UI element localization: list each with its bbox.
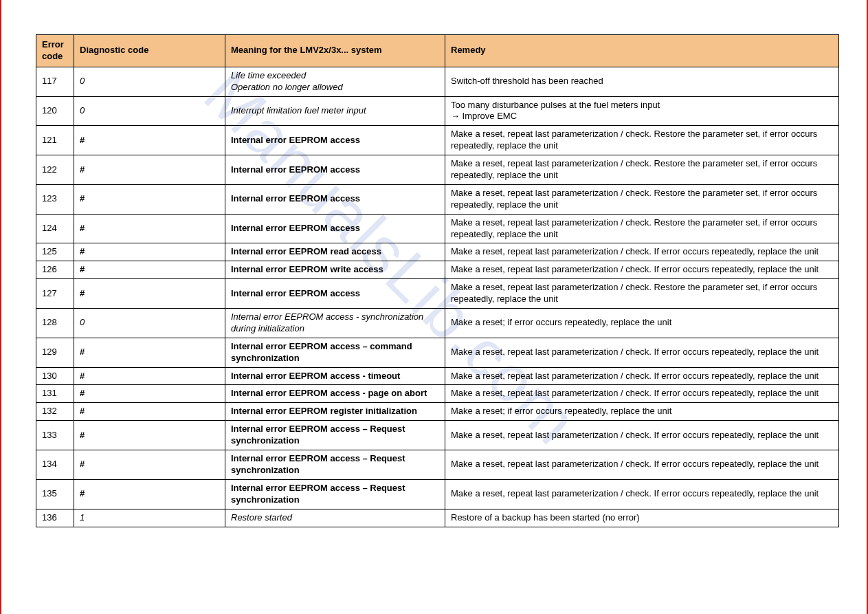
- cell-diagnostic-code: #: [74, 385, 225, 403]
- table-row: 125#Internal error EEPROM read accessMak…: [36, 243, 839, 261]
- cell-remedy: Make a reset, repeat last parameterizati…: [445, 243, 839, 261]
- table-row: 134#Internal error EEPROM access – Reque…: [36, 450, 839, 480]
- cell-meaning: Internal error EEPROM access: [225, 279, 445, 309]
- cell-remedy: Too many disturbance pulses at the fuel …: [445, 96, 839, 126]
- cell-remedy: Make a reset, repeat last parameterizati…: [445, 261, 839, 279]
- cell-error-code: 136: [36, 509, 74, 527]
- cell-diagnostic-code: #: [74, 367, 225, 385]
- cell-remedy: Make a reset, repeat last parameterizati…: [445, 184, 839, 214]
- cell-diagnostic-code: #: [74, 155, 225, 185]
- cell-diagnostic-code: #: [74, 214, 225, 243]
- table-row: 1200Interrupt limitation fuel meter inpu…: [36, 96, 839, 126]
- cell-diagnostic-code: #: [74, 279, 225, 309]
- cell-remedy: Make a reset, repeat last parameterizati…: [445, 338, 839, 367]
- cell-diagnostic-code: #: [74, 184, 225, 214]
- table-row: 122#Internal error EEPROM accessMake a r…: [36, 155, 839, 185]
- cell-error-code: 131: [36, 385, 74, 403]
- cell-meaning: Internal error EEPROM access - synchroni…: [225, 309, 445, 338]
- table-row: 123#Internal error EEPROM accessMake a r…: [36, 184, 839, 214]
- cell-error-code: 130: [36, 367, 74, 385]
- table-header-row: Error code Diagnostic code Meaning for t…: [36, 35, 839, 67]
- cell-diagnostic-code: #: [74, 403, 225, 421]
- cell-error-code: 129: [36, 338, 74, 367]
- cell-remedy: Make a reset, repeat last parameterizati…: [445, 479, 839, 509]
- cell-meaning: Internal error EEPROM access: [225, 126, 445, 155]
- cell-diagnostic-code: #: [74, 126, 225, 155]
- cell-error-code: 124: [36, 214, 74, 243]
- cell-diagnostic-code: #: [74, 421, 225, 450]
- cell-meaning: Restore started: [225, 509, 445, 527]
- cell-error-code: 133: [36, 421, 74, 450]
- cell-remedy: Make a reset, repeat last parameterizati…: [445, 214, 839, 243]
- cell-remedy: Make a reset, repeat last parameterizati…: [445, 155, 839, 185]
- table-row: 135#Internal error EEPROM access – Reque…: [36, 479, 839, 509]
- cell-error-code: 128: [36, 309, 74, 338]
- cell-diagnostic-code: 0: [74, 96, 225, 126]
- cell-error-code: 127: [36, 279, 74, 309]
- cell-meaning: Internal error EEPROM register initializ…: [225, 403, 445, 421]
- cell-meaning: Internal error EEPROM read access: [225, 243, 445, 261]
- cell-meaning: Internal error EEPROM access: [225, 214, 445, 243]
- table-row: 1170Life time exceededOperation no longe…: [36, 67, 839, 96]
- cell-meaning: Internal error EEPROM access – Request s…: [225, 479, 445, 509]
- cell-meaning: Internal error EEPROM access - timeout: [225, 367, 445, 385]
- cell-meaning: Internal error EEPROM access - page on a…: [225, 385, 445, 403]
- cell-error-code: 122: [36, 155, 74, 185]
- cell-remedy: Restore of a backup has been started (no…: [445, 509, 839, 527]
- cell-meaning: Life time exceededOperation no longer al…: [225, 67, 445, 96]
- cell-meaning: Internal error EEPROM access: [225, 184, 445, 214]
- cell-remedy: Make a reset, repeat last parameterizati…: [445, 421, 839, 450]
- cell-remedy: Switch-off threshold has been reached: [445, 67, 839, 96]
- header-meaning: Meaning for the LMV2x/3x... system: [225, 35, 445, 67]
- cell-remedy: Make a reset, repeat last parameterizati…: [445, 126, 839, 155]
- table-row: 130#Internal error EEPROM access - timeo…: [36, 367, 839, 385]
- cell-meaning: Internal error EEPROM access – command s…: [225, 338, 445, 367]
- cell-meaning: Internal error EEPROM access – Request s…: [225, 421, 445, 450]
- table-row: 131#Internal error EEPROM access - page …: [36, 385, 839, 403]
- cell-diagnostic-code: #: [74, 338, 225, 367]
- table-row: 1280Internal error EEPROM access - synch…: [36, 309, 839, 338]
- table-row: 132#Internal error EEPROM register initi…: [36, 403, 839, 421]
- table-body: 1170Life time exceededOperation no longe…: [36, 67, 839, 527]
- table-row: 129#Internal error EEPROM access – comma…: [36, 338, 839, 367]
- cell-diagnostic-code: 0: [74, 309, 225, 338]
- cell-error-code: 135: [36, 479, 74, 509]
- cell-error-code: 134: [36, 450, 74, 480]
- document-page: ManualsLib.com Error code Diagnostic cod…: [0, 0, 868, 614]
- table-row: 133#Internal error EEPROM access – Reque…: [36, 421, 839, 450]
- table-row: 124#Internal error EEPROM accessMake a r…: [36, 214, 839, 243]
- cell-diagnostic-code: #: [74, 479, 225, 509]
- table-row: 1361Restore startedRestore of a backup h…: [36, 509, 839, 527]
- cell-meaning: Interrupt limitation fuel meter input: [225, 96, 445, 126]
- cell-meaning: Internal error EEPROM access: [225, 155, 445, 185]
- cell-error-code: 120: [36, 96, 74, 126]
- cell-diagnostic-code: 0: [74, 67, 225, 96]
- cell-remedy: Make a reset, repeat last parameterizati…: [445, 367, 839, 385]
- cell-error-code: 126: [36, 261, 74, 279]
- cell-diagnostic-code: 1: [74, 509, 225, 527]
- cell-error-code: 132: [36, 403, 74, 421]
- cell-diagnostic-code: #: [74, 243, 225, 261]
- cell-meaning: Internal error EEPROM write access: [225, 261, 445, 279]
- header-error-code: Error code: [36, 35, 74, 67]
- error-code-table: Error code Diagnostic code Meaning for t…: [36, 34, 839, 527]
- cell-diagnostic-code: #: [74, 261, 225, 279]
- table-row: 121#Internal error EEPROM accessMake a r…: [36, 126, 839, 155]
- table-row: 126#Internal error EEPROM write accessMa…: [36, 261, 839, 279]
- cell-remedy: Make a reset, repeat last parameterizati…: [445, 279, 839, 309]
- table-row: 127#Internal error EEPROM accessMake a r…: [36, 279, 839, 309]
- cell-remedy: Make a reset; if error occurs repeatedly…: [445, 309, 839, 338]
- cell-meaning: Internal error EEPROM access – Request s…: [225, 450, 445, 480]
- cell-error-code: 117: [36, 67, 74, 96]
- header-remedy: Remedy: [445, 35, 839, 67]
- header-diagnostic-code: Diagnostic code: [74, 35, 225, 67]
- cell-remedy: Make a reset, repeat last parameterizati…: [445, 385, 839, 403]
- cell-error-code: 121: [36, 126, 74, 155]
- cell-remedy: Make a reset, repeat last parameterizati…: [445, 450, 839, 480]
- cell-diagnostic-code: #: [74, 450, 225, 480]
- cell-error-code: 125: [36, 243, 74, 261]
- cell-error-code: 123: [36, 184, 74, 214]
- cell-remedy: Make a reset; if error occurs repeatedly…: [445, 403, 839, 421]
